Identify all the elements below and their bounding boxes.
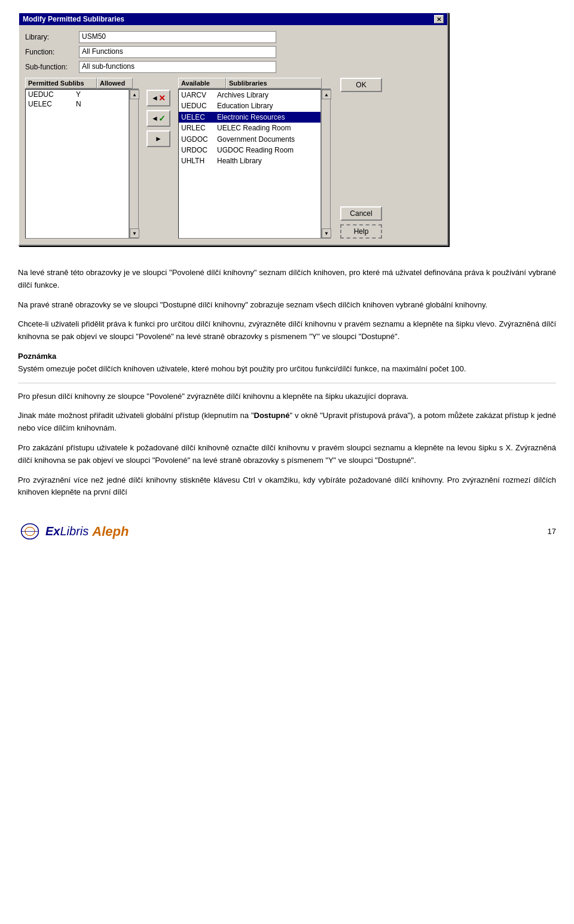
available-header: Available Sublibraries bbox=[178, 78, 331, 89]
section-divider bbox=[18, 383, 556, 383]
paragraph-4: Pro přesun dílčí knihovny ze sloupce "Po… bbox=[18, 391, 556, 403]
permitted-code-1: UEDUC bbox=[26, 90, 74, 99]
available-name-4: UELEC Reading Room bbox=[215, 123, 320, 133]
exlibris-text: ExLibris bbox=[45, 524, 88, 538]
footer: ExLibris Aleph 17 bbox=[0, 515, 574, 548]
permitted-col-sublibs: Permitted Sublibs bbox=[25, 78, 97, 89]
available-panel-wrapper: Available Sublibraries UARCV Archives Li… bbox=[178, 78, 331, 239]
ok-button[interactable]: OK bbox=[340, 78, 382, 92]
available-name-3: Electronic Resources bbox=[215, 112, 320, 122]
permitted-scroll-down[interactable]: ▼ bbox=[130, 228, 139, 238]
available-code-6: URDOC bbox=[179, 145, 215, 155]
permitted-panel-wrapper: Permitted Sublibs Allowed UEDUC Y bbox=[25, 78, 139, 239]
red-x-icon: ✕ bbox=[158, 93, 166, 103]
available-code-3: UELEC bbox=[179, 112, 215, 122]
dialog-titlebar: Modify Permitted Sublibraries ✕ bbox=[19, 13, 447, 25]
arrow-right-button[interactable]: ► bbox=[146, 130, 170, 147]
subfunction-label: Sub-function: bbox=[25, 63, 79, 71]
library-input[interactable]: USM50 bbox=[79, 31, 276, 43]
permitted-list[interactable]: UEDUC Y UELEC N bbox=[25, 89, 129, 239]
function-label: Function: bbox=[25, 48, 79, 56]
note-body: Systém omezuje počet dílčích knihoven už… bbox=[18, 364, 466, 373]
permitted-scroll-up[interactable]: ▲ bbox=[130, 90, 139, 99]
page-number: 17 bbox=[548, 527, 556, 536]
permitted-code-2: UELEC bbox=[26, 99, 74, 109]
available-code-4: URLEC bbox=[179, 123, 215, 133]
body-text: Na levé straně této obrazovky je ve slou… bbox=[0, 258, 574, 515]
paragraph-5: Jinak máte možnost přiřadit uživateli gl… bbox=[18, 410, 556, 435]
right-buttons: OK Cancel Help bbox=[335, 78, 382, 239]
available-name-2: Education Library bbox=[215, 101, 320, 111]
paragraph-3: Chcete-li uživateli přidělit práva k fun… bbox=[18, 318, 556, 343]
available-item-selected[interactable]: UELEC Electronic Resources bbox=[179, 112, 320, 123]
library-label: Library: bbox=[25, 33, 79, 41]
available-scroll[interactable]: UARCV Archives Library UEDUC Education L… bbox=[179, 90, 320, 238]
available-item[interactable]: URDOC UGDOC Reading Room bbox=[179, 145, 320, 155]
note-title: Poznámka bbox=[18, 352, 56, 361]
available-code-2: UEDUC bbox=[179, 101, 215, 111]
paragraph-1: Na levé straně této obrazovky je ve slou… bbox=[18, 267, 556, 292]
available-item[interactable]: URLEC UELEC Reading Room bbox=[179, 123, 320, 133]
available-col-avail: Available bbox=[178, 78, 226, 89]
permitted-val-1: Y bbox=[74, 90, 83, 99]
available-scroll-up[interactable]: ▲ bbox=[322, 90, 331, 99]
available-name-7: Health Library bbox=[215, 156, 320, 166]
available-scroll-down[interactable]: ▼ bbox=[322, 228, 331, 238]
permitted-scrollbar[interactable]: ▲ ▼ bbox=[129, 89, 139, 239]
permitted-col-allowed: Allowed bbox=[97, 78, 133, 89]
permitted-val-2: N bbox=[74, 99, 84, 109]
green-check-icon: ✓ bbox=[158, 114, 166, 123]
dialog-body: Library: USM50 Function: All Functions S… bbox=[19, 25, 447, 245]
exlibris-logo-icon bbox=[18, 521, 42, 542]
function-row: Function: All Functions bbox=[25, 46, 441, 58]
help-button[interactable]: Help bbox=[340, 224, 382, 239]
permitted-header: Permitted Sublibs Allowed bbox=[25, 78, 139, 89]
available-item[interactable]: UEDUC Education Library bbox=[179, 100, 320, 111]
function-input[interactable]: All Functions bbox=[79, 46, 276, 58]
available-code-5: UGDOC bbox=[179, 135, 215, 144]
available-item[interactable]: UHLTH Health Library bbox=[179, 155, 320, 166]
note-section: Poznámka Systém omezuje počet dílčích kn… bbox=[18, 350, 556, 376]
available-name-1: Archives Library bbox=[215, 90, 320, 100]
dialog-title: Modify Permitted Sublibraries bbox=[23, 15, 124, 23]
subfunction-row: Sub-function: All sub-functions bbox=[25, 61, 441, 73]
middle-buttons: ◄✕ ◄✓ ► bbox=[144, 78, 173, 239]
permitted-item[interactable]: UEDUC Y bbox=[26, 90, 129, 99]
available-code-7: UHLTH bbox=[179, 156, 215, 166]
library-row: Library: USM50 bbox=[25, 31, 441, 43]
paragraph-7: Pro zvýraznění více než jedné dílčí knih… bbox=[18, 474, 556, 499]
cancel-button[interactable]: Cancel bbox=[340, 206, 382, 221]
permitted-item[interactable]: UELEC N bbox=[26, 99, 129, 109]
available-code-1: UARCV bbox=[179, 90, 215, 100]
main-panel: Permitted Sublibs Allowed UEDUC Y bbox=[25, 78, 441, 239]
available-item[interactable]: UARCV Archives Library bbox=[179, 90, 320, 100]
available-col-sublibs: Sublibraries bbox=[226, 78, 322, 89]
arrow-left-check-button[interactable]: ◄✓ bbox=[146, 110, 170, 127]
dialog-close-button[interactable]: ✕ bbox=[434, 15, 444, 23]
modify-dialog: Modify Permitted Sublibraries ✕ Library:… bbox=[18, 12, 448, 246]
paragraph-6: Pro zakázání přístupu uživatele k požado… bbox=[18, 442, 556, 467]
available-name-6: UGDOC Reading Room bbox=[215, 145, 320, 155]
permitted-scroll[interactable]: UEDUC Y UELEC N bbox=[26, 90, 129, 238]
available-item[interactable]: UGDOC Government Documents bbox=[179, 134, 320, 145]
available-scrollbar[interactable]: ▲ ▼ bbox=[321, 89, 331, 239]
subfunction-input[interactable]: All sub-functions bbox=[79, 61, 276, 73]
available-name-5: Government Documents bbox=[215, 135, 320, 144]
available-list[interactable]: UARCV Archives Library UEDUC Education L… bbox=[178, 89, 321, 239]
aleph-text: Aleph bbox=[92, 524, 129, 539]
logo-area: ExLibris Aleph bbox=[18, 521, 129, 542]
paragraph-2: Na pravé straně obrazovky se ve sloupci … bbox=[18, 299, 556, 312]
arrow-left-x-button[interactable]: ◄✕ bbox=[146, 90, 170, 106]
